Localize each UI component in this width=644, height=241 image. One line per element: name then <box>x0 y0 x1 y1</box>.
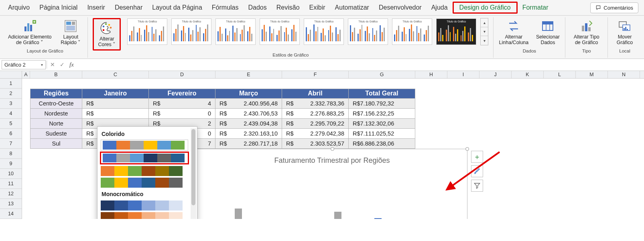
palette-row[interactable] <box>99 200 195 211</box>
formula-input[interactable] <box>76 63 642 66</box>
styles-scroll-more[interactable]: ▾ <box>481 36 488 45</box>
table-cell[interactable]: R$ <box>82 99 149 109</box>
color-swatch[interactable] <box>169 178 183 188</box>
color-swatch[interactable] <box>114 200 128 211</box>
chart-style-5[interactable]: Título do Gráfico <box>304 18 344 45</box>
table-cell-region[interactable]: Nordeste <box>30 109 82 119</box>
chart-style-4[interactable]: Título do Gráfico <box>260 18 300 45</box>
color-swatch[interactable] <box>171 141 185 150</box>
add-chart-element-button[interactable]: Adicionar Elemento de Gráfico ˅ <box>7 18 52 47</box>
table-cell[interactable]: R$2.280.717,18 <box>215 139 282 149</box>
color-swatch[interactable] <box>114 178 128 188</box>
col-header-C[interactable]: C <box>82 71 149 78</box>
table-cell[interactable]: R$2.320.163,10 <box>215 129 282 139</box>
col-header-I[interactable]: I <box>447 71 479 78</box>
color-swatch[interactable] <box>142 200 155 211</box>
select-all-corner[interactable] <box>0 71 22 78</box>
embedded-chart[interactable]: Faturamento Trimestral por Regiões R$ 2.… <box>197 149 467 219</box>
chart-style-2[interactable]: Título do Gráfico <box>171 18 211 45</box>
palette-row[interactable] <box>101 152 188 164</box>
chart-plus-button[interactable]: ＋ <box>471 151 483 163</box>
color-swatch[interactable] <box>116 154 130 162</box>
col-header-K[interactable]: K <box>512 71 544 78</box>
color-swatch[interactable] <box>142 166 155 176</box>
color-swatch[interactable] <box>130 154 144 162</box>
tab-automatizar[interactable]: Automatizar <box>330 2 374 14</box>
tab-dados[interactable]: Dados <box>243 2 271 14</box>
table-cell[interactable]: R$2.439.094,38 <box>215 119 282 129</box>
tab-desenvolvedor[interactable]: Desenvolvedor <box>374 2 427 14</box>
color-swatch[interactable] <box>155 212 169 219</box>
chart-filter-button[interactable] <box>471 180 483 192</box>
color-swatch[interactable] <box>114 166 128 176</box>
color-swatch[interactable] <box>155 200 169 211</box>
row-header-14[interactable]: 14 <box>0 209 22 219</box>
chart-style-7[interactable]: Título do Gráfico <box>392 18 432 45</box>
palette-row[interactable] <box>99 177 195 188</box>
change-colors-button[interactable]: Alterar Cores ˅ <box>95 20 119 49</box>
color-swatch[interactable] <box>128 166 142 176</box>
tab-ajuda[interactable]: Ajuda <box>427 2 453 14</box>
switch-row-column-button[interactable]: Alternar Linha/Coluna <box>498 18 529 47</box>
col-header-L[interactable]: L <box>544 71 576 78</box>
chart-brush-button[interactable] <box>471 165 483 177</box>
chart-bar[interactable] <box>374 218 382 219</box>
chart-style-8[interactable]: Título do Gráfico <box>436 18 476 45</box>
color-swatch[interactable] <box>155 166 169 176</box>
row-header-1[interactable]: 1 <box>0 79 22 89</box>
move-chart-button[interactable]: Mover Gráfico <box>613 18 637 47</box>
styles-scroll-down[interactable]: ▾ <box>481 27 488 36</box>
color-swatch[interactable] <box>157 154 171 162</box>
col-header-H[interactable]: H <box>415 71 447 78</box>
row-header-8[interactable]: 8 <box>0 149 22 159</box>
table-cell-region[interactable]: Norte <box>30 119 82 129</box>
chart-bar[interactable] <box>334 212 341 219</box>
color-swatch[interactable] <box>144 141 157 150</box>
chart-style-3[interactable]: Título do Gráfico <box>215 18 256 45</box>
color-swatch[interactable] <box>101 212 114 219</box>
name-box[interactable]: Gráfico 2 <box>2 60 46 69</box>
color-swatch[interactable] <box>101 166 114 176</box>
row-header-11[interactable]: 11 <box>0 179 22 189</box>
table-cell[interactable]: R$2.276.883,25 <box>282 109 349 119</box>
col-header-E[interactable]: E <box>215 71 282 78</box>
fx-icon[interactable]: fx <box>67 61 76 68</box>
cancel-formula-button[interactable]: ✕ <box>48 61 57 68</box>
chart-bar[interactable] <box>235 209 242 219</box>
table-cell[interactable]: R$4 <box>149 99 215 109</box>
row-header-9[interactable]: 9 <box>0 159 22 169</box>
row-header-5[interactable]: 5 <box>0 119 22 129</box>
tab-exibir[interactable]: Exibir <box>305 2 330 14</box>
col-header-D[interactable]: D <box>149 71 215 78</box>
table-cell[interactable]: R$6.886.238,06 <box>349 139 415 149</box>
color-swatch[interactable] <box>169 212 183 219</box>
color-swatch[interactable] <box>101 178 114 188</box>
chart-handle-tr[interactable] <box>465 147 469 151</box>
chart-style-6[interactable]: Título do Gráfico <box>348 18 388 45</box>
tab-inserir[interactable]: Inserir <box>82 2 110 14</box>
col-header-B[interactable]: B <box>30 71 82 78</box>
styles-scroll-up[interactable]: ▴ <box>481 18 488 27</box>
chart-title[interactable]: Faturamento Trimestral por Regiões <box>197 149 467 169</box>
chart-handle-top[interactable] <box>331 147 334 151</box>
color-swatch[interactable] <box>157 141 171 150</box>
color-swatch[interactable] <box>142 212 155 219</box>
col-header-J[interactable]: J <box>479 71 512 78</box>
table-cell[interactable]: R$2.332.783,36 <box>282 99 349 109</box>
chart-style-1[interactable]: Título do Gráfico <box>127 18 167 45</box>
color-swatch[interactable] <box>101 200 114 211</box>
color-swatch[interactable] <box>103 141 116 150</box>
palette-row[interactable] <box>101 140 188 151</box>
color-swatch[interactable] <box>171 154 185 162</box>
row-header-13[interactable]: 13 <box>0 199 22 209</box>
change-chart-type-button[interactable]: Alterar Tipo de Gráfico <box>570 18 603 47</box>
table-cell[interactable]: R$7.111.025,52 <box>349 129 415 139</box>
palette-row[interactable] <box>99 211 195 219</box>
confirm-formula-button[interactable]: ✓ <box>57 61 67 68</box>
tab-pagina-inicial[interactable]: Página Inicial <box>35 2 82 14</box>
table-cell[interactable]: R$2.303.523,57 <box>282 139 349 149</box>
row-header-7[interactable]: 7 <box>0 139 22 149</box>
col-header-A[interactable]: A <box>22 71 30 78</box>
row-header-6[interactable]: 6 <box>0 129 22 139</box>
chart-plot-area[interactable] <box>225 177 463 219</box>
